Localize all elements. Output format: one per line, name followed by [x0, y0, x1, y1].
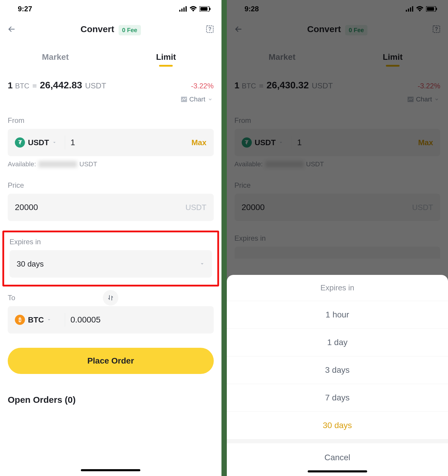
- chevron-down-icon: [208, 97, 213, 102]
- help-icon[interactable]: ?: [205, 25, 214, 35]
- chevron-down-icon: [199, 261, 205, 267]
- back-icon[interactable]: [7, 25, 16, 35]
- chart-toggle[interactable]: Chart: [227, 91, 448, 103]
- swap-icon: [107, 294, 114, 301]
- to-coin-selector[interactable]: ₿ BTC: [15, 315, 59, 325]
- to-coin-symbol: BTC: [28, 315, 44, 325]
- wifi-icon: [189, 6, 197, 12]
- price-change: -3.22%: [191, 82, 213, 90]
- open-orders-heading: Open Orders (0): [0, 374, 221, 405]
- price-display: 1 BTC = 26,430.32 USDT -3.22%: [227, 65, 448, 91]
- available-balance: Available: USDT: [0, 156, 221, 168]
- status-bar: 9:28: [227, 0, 448, 18]
- expires-value: 30 days: [17, 259, 44, 269]
- swap-button[interactable]: [103, 290, 118, 306]
- back-icon[interactable]: [234, 25, 243, 35]
- from-label: From: [8, 116, 214, 125]
- available-amount-redacted: [265, 161, 304, 167]
- chevron-down-icon: [47, 317, 51, 322]
- page-title: Convert: [307, 24, 341, 34]
- svg-rect-10: [406, 10, 407, 12]
- from-coin-selector[interactable]: ₮ USDT: [15, 137, 59, 148]
- to-label: To: [8, 294, 15, 302]
- svg-rect-0: [179, 10, 180, 12]
- price-one: 1: [235, 80, 240, 90]
- wifi-icon: [416, 6, 424, 12]
- sheet-title: Expires in: [227, 275, 448, 301]
- price-value: 26,442.83: [40, 80, 82, 91]
- expires-option-3d[interactable]: 3 days: [227, 356, 448, 384]
- price-base-symbol: BTC: [15, 82, 29, 90]
- svg-rect-15: [427, 7, 434, 11]
- sheet-divider: [227, 439, 448, 443]
- svg-rect-2: [183, 7, 185, 12]
- price-unit: USDT: [186, 203, 207, 212]
- svg-rect-11: [408, 9, 409, 12]
- divider: [65, 313, 65, 327]
- chart-toggle-label: Chart: [189, 95, 205, 103]
- svg-rect-5: [200, 7, 208, 11]
- price-unit: USDT: [412, 203, 433, 212]
- expires-option-7d[interactable]: 7 days: [227, 384, 448, 411]
- price-change: -3.22%: [418, 82, 440, 90]
- from-coin-symbol: USDT: [28, 138, 49, 147]
- from-amount-input[interactable]: [297, 138, 413, 147]
- max-button[interactable]: Max: [191, 138, 207, 147]
- max-button[interactable]: Max: [418, 138, 433, 147]
- expires-bottom-sheet: Expires in 1 hour 1 day 3 days 7 days 30…: [227, 275, 448, 476]
- usdt-icon: ₮: [242, 137, 252, 148]
- expires-option-1d[interactable]: 1 day: [227, 328, 448, 356]
- place-order-button[interactable]: Place Order: [8, 348, 214, 374]
- available-unit: USDT: [79, 160, 97, 168]
- from-coin-selector[interactable]: ₮ USDT: [242, 137, 286, 148]
- chart-toggle-label: Chart: [416, 95, 432, 103]
- price-label: Price: [8, 181, 214, 190]
- usdt-icon: ₮: [15, 137, 25, 148]
- expires-label: Expires in: [10, 238, 212, 246]
- tab-limit[interactable]: Limit: [111, 49, 221, 65]
- available-label: Available:: [8, 160, 36, 168]
- home-indicator[interactable]: [308, 470, 367, 472]
- app-header: Convert 0 Fee ?: [0, 18, 221, 42]
- chart-icon: [408, 97, 414, 102]
- price-input[interactable]: [15, 203, 180, 212]
- help-icon[interactable]: ?: [432, 25, 441, 35]
- price-value: 26,430.32: [266, 80, 309, 91]
- chart-toggle[interactable]: Chart: [0, 91, 221, 103]
- price-base-symbol: BTC: [242, 82, 256, 90]
- fee-badge: 0 Fee: [119, 25, 141, 35]
- to-amount-input[interactable]: [70, 315, 207, 325]
- price-one: 1: [8, 80, 13, 90]
- available-unit: USDT: [306, 160, 324, 168]
- expires-selector[interactable]: 30 days: [10, 250, 212, 278]
- expires-selector[interactable]: [235, 247, 441, 259]
- price-label: Price: [235, 181, 441, 190]
- home-indicator[interactable]: [81, 469, 140, 471]
- expires-option-1h[interactable]: 1 hour: [227, 301, 448, 328]
- price-quote-symbol: USDT: [312, 81, 333, 90]
- from-input-row: ₮ USDT Max: [8, 129, 214, 156]
- to-input-row: ₿ BTC: [8, 306, 214, 333]
- svg-rect-3: [186, 6, 187, 12]
- svg-text:?: ?: [208, 26, 211, 32]
- chevron-down-icon: [434, 97, 439, 102]
- expires-option-30d[interactable]: 30 days: [227, 411, 448, 439]
- svg-rect-13: [412, 6, 413, 12]
- price-input[interactable]: [242, 203, 407, 212]
- svg-rect-1: [181, 9, 183, 12]
- from-input-row: ₮ USDT Max: [235, 129, 441, 156]
- cellular-icon: [406, 6, 414, 12]
- app-header: Convert 0 Fee ?: [227, 18, 448, 42]
- expires-label: Expires in: [235, 234, 441, 242]
- from-coin-symbol: USDT: [255, 138, 276, 147]
- tab-market[interactable]: Market: [0, 49, 111, 65]
- svg-rect-12: [410, 7, 411, 12]
- page-title: Convert: [81, 24, 114, 34]
- from-amount-input[interactable]: [70, 138, 186, 147]
- tab-limit[interactable]: Limit: [337, 49, 448, 65]
- tab-market[interactable]: Market: [227, 49, 337, 65]
- expires-section-highlight: Expires in 30 days: [2, 231, 219, 286]
- divider: [292, 136, 292, 149]
- svg-text:?: ?: [435, 26, 438, 32]
- status-time: 9:27: [18, 5, 32, 13]
